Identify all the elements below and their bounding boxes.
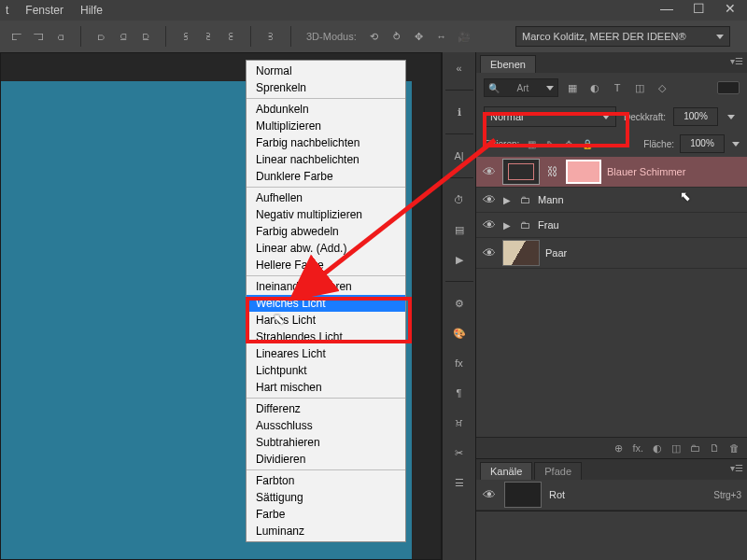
menu-item[interactable]: t bbox=[6, 4, 8, 17]
align-right-icon[interactable]: ⫏ bbox=[52, 28, 69, 45]
play-icon[interactable]: ▶ bbox=[449, 249, 470, 270]
new-layer-icon[interactable]: 🗋 bbox=[710, 442, 720, 454]
menu-item-help[interactable]: Hilfe bbox=[80, 4, 103, 17]
blend-mode-option[interactable]: Farbig nachbelichten bbox=[247, 134, 405, 151]
slide-icon[interactable]: ↔ bbox=[433, 28, 450, 45]
blend-mode-option[interactable]: Hartes Licht bbox=[247, 312, 405, 329]
opacity-value[interactable]: 100% bbox=[673, 107, 718, 126]
blend-mode-option[interactable]: Ineinanderkopieren bbox=[247, 278, 405, 295]
opacity-flyout-icon[interactable] bbox=[727, 115, 735, 119]
styles-panel-icon[interactable]: fx bbox=[449, 353, 470, 373]
info-panel-icon[interactable]: ℹ bbox=[449, 102, 470, 122]
workspace-preset-dropdown[interactable]: Marco Kolditz, MEER DER IDEEN® bbox=[515, 26, 730, 47]
visibility-toggle[interactable]: 👁 bbox=[482, 217, 497, 232]
expand-arrow-icon[interactable]: ▶ bbox=[502, 220, 512, 231]
blend-mode-popup[interactable]: NormalSprenkelnAbdunkelnMultiplizierenFa… bbox=[246, 60, 406, 542]
visibility-toggle[interactable]: 👁 bbox=[482, 192, 497, 207]
blend-mode-option[interactable]: Farbe bbox=[247, 506, 405, 523]
blend-mode-option[interactable]: Lineares Licht bbox=[247, 345, 405, 362]
blend-mode-option[interactable]: Ausschluss bbox=[247, 417, 405, 434]
add-mask-icon[interactable]: ◐ bbox=[653, 442, 662, 455]
panel-menu-icon[interactable]: ▾☰ bbox=[730, 463, 743, 473]
filter-pixel-icon[interactable]: ▦ bbox=[564, 79, 581, 96]
blend-mode-option[interactable]: Negativ multiplizieren bbox=[247, 206, 405, 223]
filter-adjustment-icon[interactable]: ◐ bbox=[586, 79, 603, 96]
visibility-toggle[interactable]: 👁 bbox=[482, 164, 497, 179]
brush-panel-icon[interactable]: ਖ਼ bbox=[449, 413, 470, 433]
expand-arrow-icon[interactable]: ▶ bbox=[502, 195, 512, 205]
minimize-button[interactable]: — bbox=[655, 2, 678, 17]
history-panel-icon[interactable]: ⏱ bbox=[449, 189, 470, 210]
blend-mode-option[interactable]: Strahlendes Licht bbox=[247, 329, 405, 345]
new-group-icon[interactable]: 🗀 bbox=[690, 442, 700, 454]
layer-row-blauer-schimmer[interactable]: 👁 ⛓ Blauer Schimmer bbox=[476, 157, 747, 188]
paragraph-panel-icon[interactable]: ¶ bbox=[449, 383, 470, 403]
tab-layers[interactable]: Ebenen bbox=[480, 55, 536, 73]
layer-name[interactable]: Mann bbox=[538, 194, 741, 205]
distribute-v-center-icon[interactable]: ⫑ bbox=[115, 28, 132, 45]
new-adjustment-icon[interactable]: ◫ bbox=[671, 442, 681, 455]
filter-text-icon[interactable]: T bbox=[609, 79, 626, 96]
filter-smart-icon[interactable]: ◇ bbox=[654, 79, 670, 96]
distribute-top-icon[interactable]: ⫐ bbox=[92, 28, 109, 45]
blend-mode-option[interactable]: Hart mischen bbox=[247, 379, 405, 396]
blend-mode-option[interactable]: Subtrahieren bbox=[247, 434, 405, 451]
blend-mode-dropdown[interactable]: Normal bbox=[484, 106, 616, 127]
layer-name[interactable]: Frau bbox=[538, 219, 741, 231]
blend-mode-option[interactable]: Normal bbox=[247, 63, 405, 79]
lock-move-icon[interactable]: ✥ bbox=[562, 137, 575, 150]
distribute-h-center-icon[interactable]: ⫔ bbox=[200, 28, 217, 45]
blend-mode-option[interactable]: Weiches Licht bbox=[247, 295, 405, 312]
layer-name[interactable]: Blauer Schimmer bbox=[607, 166, 741, 177]
link-layers-icon[interactable]: ⊕ bbox=[614, 442, 623, 455]
blend-mode-option[interactable]: Aufhellen bbox=[247, 189, 405, 206]
tool-preset-icon[interactable]: ✂ bbox=[449, 442, 470, 463]
blend-mode-option[interactable]: Dividieren bbox=[247, 451, 405, 468]
visibility-toggle[interactable]: 👁 bbox=[482, 245, 497, 260]
blend-mode-option[interactable]: Sprenkeln bbox=[247, 79, 405, 96]
orbit-icon[interactable]: ⟲ bbox=[366, 28, 383, 45]
lock-position-icon[interactable]: ✎ bbox=[543, 137, 557, 150]
channel-row-rot[interactable]: 👁 Rot Strg+3 bbox=[476, 480, 747, 511]
blend-mode-option[interactable]: Linear nachbelichten bbox=[247, 151, 405, 168]
zoom-icon[interactable]: 🎥 bbox=[456, 28, 472, 45]
visibility-toggle[interactable]: 👁 bbox=[482, 487, 497, 502]
layer-row-mann[interactable]: 👁 ▶ 🗀 Mann bbox=[476, 188, 747, 213]
blend-mode-option[interactable]: Multiplizieren bbox=[247, 118, 405, 134]
swatches-panel-icon[interactable]: ☰ bbox=[449, 472, 470, 493]
pan-icon[interactable]: ✥ bbox=[411, 28, 428, 45]
roll-icon[interactable]: ⥁ bbox=[388, 28, 405, 45]
distribute-bottom-icon[interactable]: ⫒ bbox=[137, 28, 154, 45]
actions-panel-icon[interactable]: ▤ bbox=[449, 219, 470, 240]
align-left-icon[interactable]: ⫍ bbox=[7, 28, 24, 45]
layer-kind-dropdown[interactable]: 🔍 Art bbox=[484, 78, 558, 97]
fill-value[interactable]: 100% bbox=[680, 134, 725, 153]
layer-fx-icon[interactable]: fx. bbox=[632, 442, 643, 454]
layer-row-frau[interactable]: 👁 ▶ 🗀 Frau bbox=[476, 213, 747, 238]
align-center-h-icon[interactable]: ⫎ bbox=[30, 28, 47, 45]
maximize-button[interactable]: ☐ bbox=[687, 2, 710, 17]
blend-mode-option[interactable]: Differenz bbox=[247, 400, 405, 417]
blend-mode-option[interactable]: Hellere Farbe bbox=[247, 257, 405, 273]
layer-name[interactable]: Paar bbox=[545, 247, 741, 259]
filter-shape-icon[interactable]: ◫ bbox=[631, 79, 648, 96]
tab-paths[interactable]: Pfade bbox=[534, 462, 582, 480]
blend-mode-option[interactable]: Luminanz bbox=[247, 523, 405, 539]
tab-channels[interactable]: Kanäle bbox=[480, 462, 532, 480]
blend-mode-option[interactable]: Sättigung bbox=[247, 489, 405, 506]
blend-mode-option[interactable]: Lichtpunkt bbox=[247, 362, 405, 379]
distribute-left-icon[interactable]: ⫓ bbox=[177, 28, 194, 45]
delete-layer-icon[interactable]: 🗑 bbox=[729, 442, 740, 454]
lock-all-icon[interactable]: 🔒 bbox=[581, 137, 594, 150]
blend-mode-option[interactable]: Abdunkeln bbox=[247, 101, 405, 118]
menu-item-window[interactable]: Fenster bbox=[25, 4, 63, 17]
layer-row-paar[interactable]: 👁 Paar bbox=[476, 238, 747, 269]
distribute-right-icon[interactable]: ⫕ bbox=[222, 28, 239, 45]
blend-mode-option[interactable]: Farbton bbox=[247, 472, 405, 489]
color-panel-icon[interactable]: 🎨 bbox=[449, 323, 470, 343]
panel-menu-icon[interactable]: ▾☰ bbox=[730, 56, 743, 66]
character-panel-icon[interactable]: A| bbox=[449, 146, 470, 166]
fill-flyout-icon[interactable] bbox=[732, 142, 740, 147]
distribute-spacing-icon[interactable]: ⫖ bbox=[262, 28, 279, 45]
blend-mode-option[interactable]: Linear abw. (Add.) bbox=[247, 240, 405, 257]
